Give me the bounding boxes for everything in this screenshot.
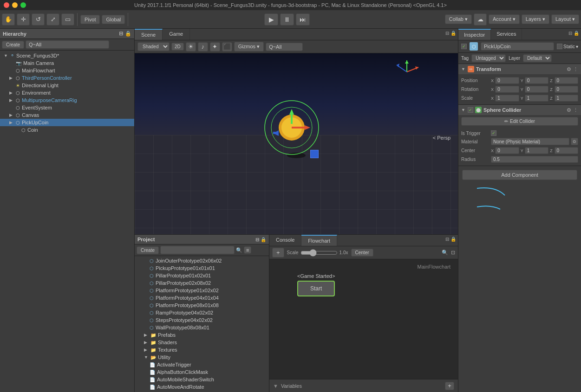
material-pick-btn[interactable]: ⊙ bbox=[571, 138, 578, 145]
pause-btn[interactable]: ⏸ bbox=[280, 13, 294, 26]
rot-z-input[interactable] bbox=[555, 86, 578, 93]
vars-add-btn[interactable]: + bbox=[445, 382, 454, 390]
proj-item-prefabs[interactable]: ▶ 📁 Prefabs bbox=[135, 331, 269, 339]
project-search[interactable] bbox=[160, 246, 235, 254]
proj-item-utility[interactable]: ▼ 📂 Utility bbox=[135, 353, 269, 361]
center-btn[interactable]: Center bbox=[351, 249, 373, 257]
sphere-active-checkbox[interactable]: ✓ bbox=[468, 107, 473, 113]
proj-item-activatetrigger[interactable]: 📄 ActivateTrigger bbox=[135, 361, 269, 368]
close-button[interactable] bbox=[4, 2, 9, 8]
hier-create-btn[interactable]: Create bbox=[2, 41, 24, 49]
sphere-settings-icon[interactable]: ⚙ bbox=[567, 107, 571, 113]
scl-z-input[interactable] bbox=[555, 95, 578, 102]
flow-start-node[interactable]: Start bbox=[297, 281, 335, 296]
move-tool-btn[interactable]: ✛ bbox=[17, 13, 30, 26]
pos-x-input[interactable] bbox=[495, 77, 519, 84]
ctr-y-input[interactable] bbox=[525, 147, 548, 154]
scl-y-input[interactable] bbox=[525, 95, 548, 102]
hierarchy-search[interactable] bbox=[26, 40, 109, 49]
sky-toggle-btn[interactable]: ⬛ bbox=[222, 42, 232, 51]
proj-item-pickup[interactable]: ⬡ PickupPrototype01x01x01 bbox=[135, 264, 269, 272]
minimize-button[interactable] bbox=[12, 2, 18, 8]
proj-item-pillar01[interactable]: ⬡ PillarPrototype01x02x01 bbox=[135, 272, 269, 279]
object-name-input[interactable] bbox=[481, 42, 554, 51]
hierarchy-item-environment[interactable]: ▶ ⬡ Environment bbox=[0, 89, 134, 96]
project-filter-btn[interactable]: ≡ bbox=[244, 246, 251, 254]
account-btn[interactable]: Account ▾ bbox=[489, 14, 520, 24]
global-btn[interactable]: Global bbox=[102, 15, 125, 24]
transform-menu-icon[interactable]: ⋮ bbox=[573, 66, 578, 72]
proj-item-wall[interactable]: ⬡ WallPrototype08x08x01 bbox=[135, 324, 269, 331]
radius-input[interactable] bbox=[491, 156, 578, 163]
hierarchy-item-thirdperson[interactable]: ▶ ⬡ ThirdPersonController bbox=[0, 74, 134, 82]
hierarchy-item-coin[interactable]: ⬡ Coin bbox=[0, 126, 134, 134]
scale-slider[interactable] bbox=[300, 249, 338, 257]
scl-x-input[interactable] bbox=[495, 95, 519, 102]
proj-item-automobile[interactable]: 📄 AutoMobileShaderSwitch bbox=[135, 376, 269, 383]
pivot-btn[interactable]: Pivot bbox=[80, 15, 100, 24]
rotate-tool-btn[interactable]: ↺ bbox=[32, 13, 45, 26]
transform-header[interactable]: ▼ ⇔ Transform ⚙ ⋮ bbox=[458, 64, 581, 74]
material-input[interactable] bbox=[491, 138, 569, 145]
hierarchy-item-mainflowchart[interactable]: ⬡ MainFlowchart bbox=[0, 67, 134, 74]
proj-item-platform08[interactable]: ⬡ PlatformPrototype08x01x08 bbox=[135, 302, 269, 309]
transform-settings-icon[interactable]: ⚙ bbox=[567, 66, 571, 72]
rot-x-input[interactable] bbox=[495, 86, 519, 93]
maximize-button[interactable] bbox=[20, 2, 26, 8]
tab-flowchart[interactable]: Flowchart bbox=[301, 235, 337, 246]
rect-tool-btn[interactable]: ▭ bbox=[61, 13, 74, 26]
static-checkbox[interactable] bbox=[557, 44, 562, 49]
flow-add-btn[interactable]: + bbox=[272, 248, 284, 257]
collab-btn[interactable]: Collab ▾ bbox=[445, 14, 472, 24]
proj-item-joinouter[interactable]: ⬡ JoinOuterPrototype02x06x02 bbox=[135, 257, 269, 264]
tab-scene[interactable]: Scene bbox=[135, 29, 163, 40]
proj-item-platform04[interactable]: ⬡ PlatformPrototype04x01x04 bbox=[135, 294, 269, 302]
hierarchy-item-camerarig[interactable]: ▶ ⬡ MultipurposeCameraRig bbox=[0, 96, 134, 104]
add-component-btn[interactable]: Add Component bbox=[462, 170, 577, 180]
tag-select[interactable]: Untagged bbox=[471, 54, 506, 62]
proj-item-platform01[interactable]: ⬡ PlatformPrototype01x02x02 bbox=[135, 287, 269, 294]
fx-toggle-btn[interactable]: ✦ bbox=[210, 42, 220, 51]
light-toggle-btn[interactable]: ☀ bbox=[186, 42, 196, 51]
scale-tool-btn[interactable]: ⤢ bbox=[46, 13, 59, 26]
scene-search[interactable] bbox=[266, 43, 303, 51]
ctr-z-input[interactable] bbox=[555, 147, 578, 154]
hierarchy-item-dirlight[interactable]: ☀ Directional Light bbox=[0, 82, 134, 89]
step-btn[interactable]: ⏭ bbox=[296, 13, 310, 26]
tab-game[interactable]: Game bbox=[163, 29, 190, 40]
tab-console[interactable]: Console bbox=[269, 235, 301, 246]
sphere-collider-header[interactable]: ▼ ✓ ⬤ Sphere Collider ⚙ ⋮ bbox=[458, 105, 581, 115]
rot-y-input[interactable] bbox=[525, 86, 548, 93]
proj-item-shaders[interactable]: ▶ 📁 Shaders bbox=[135, 339, 269, 346]
layout-btn[interactable]: Layout ▾ bbox=[551, 14, 579, 24]
pos-y-input[interactable] bbox=[525, 77, 548, 84]
shading-dropdown[interactable]: Shaded bbox=[137, 42, 170, 51]
layer-select[interactable]: Default bbox=[523, 54, 552, 62]
project-create-btn[interactable]: Create bbox=[137, 246, 159, 254]
tab-inspector[interactable]: Inspector bbox=[458, 29, 491, 40]
play-btn[interactable]: ▶ bbox=[264, 13, 278, 26]
layers-btn[interactable]: Layers ▾ bbox=[522, 14, 549, 24]
active-checkbox[interactable]: ✓ bbox=[461, 44, 467, 49]
flow-content[interactable]: MainFlowchart <Game Started> Start bbox=[269, 259, 458, 379]
edit-collider-btn[interactable]: ✏ Edit Collider bbox=[461, 117, 578, 126]
is-trigger-checkbox[interactable]: ✓ bbox=[491, 130, 496, 136]
gizmos-dropdown[interactable]: Gizmos ▾ bbox=[234, 42, 264, 51]
static-dropdown-icon[interactable]: ▾ bbox=[576, 44, 578, 49]
hierarchy-item-canvas[interactable]: ▶ ⬡ Canvas bbox=[0, 111, 134, 119]
hierarchy-item-pickupcoin[interactable]: ▶ ⬡ PickUpCoin bbox=[0, 119, 134, 126]
hand-tool-btn[interactable]: ✋ bbox=[2, 13, 15, 26]
scene-viewport[interactable]: < Persp bbox=[135, 53, 458, 234]
ctr-x-input[interactable] bbox=[495, 147, 519, 154]
proj-item-alphabutton[interactable]: 📄 AlphaButtonClickMask bbox=[135, 368, 269, 376]
hierarchy-item-scene[interactable]: ▼ ⚬ Scene_Fungus3D* bbox=[0, 51, 134, 59]
proj-item-ramp[interactable]: ⬡ RampPrototype04x02x02 bbox=[135, 309, 269, 316]
proj-item-steps[interactable]: ⬡ StepsPrototype04x02x02 bbox=[135, 316, 269, 324]
proj-item-textures[interactable]: ▶ 📁 Textures bbox=[135, 346, 269, 353]
pos-z-input[interactable] bbox=[555, 77, 578, 84]
audio-toggle-btn[interactable]: ♪ bbox=[198, 42, 208, 51]
proj-item-pillar02[interactable]: ⬡ PillarPrototype02x08x02 bbox=[135, 279, 269, 287]
static-check[interactable]: Static ▾ bbox=[557, 44, 578, 49]
cloud-btn[interactable]: ☁ bbox=[474, 13, 487, 26]
sphere-menu-icon[interactable]: ⋮ bbox=[573, 107, 578, 113]
